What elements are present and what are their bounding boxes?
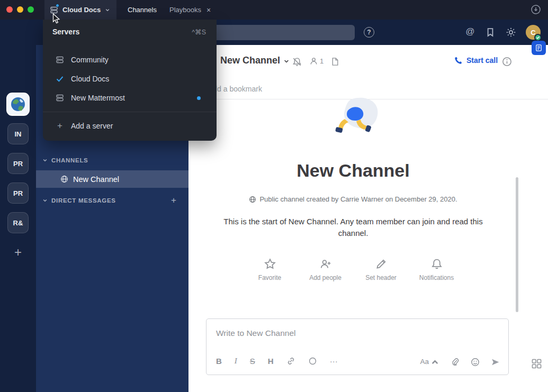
app-bar-plugin-icon[interactable] bbox=[532, 41, 546, 55]
avatar[interactable]: C bbox=[526, 25, 541, 40]
phone-icon bbox=[454, 57, 462, 65]
public-channel-icon bbox=[249, 196, 256, 203]
action-label: Favorite bbox=[258, 274, 281, 281]
more-formatting-icon[interactable]: ··· bbox=[330, 357, 338, 366]
channels-section-label: CHANNELS bbox=[51, 157, 88, 163]
public-channel-icon bbox=[60, 175, 68, 183]
chevron-down-icon bbox=[283, 58, 290, 65]
add-server-label: Add a server bbox=[71, 122, 113, 130]
font-toggle-label: Aa bbox=[420, 358, 429, 366]
channel-intro-illustration bbox=[321, 96, 385, 151]
clipboard-icon bbox=[535, 44, 543, 52]
tab-channels-label: Channels bbox=[128, 6, 157, 14]
minimize-window-button[interactable] bbox=[17, 6, 23, 13]
show-formatting-toggle[interactable]: Aa bbox=[420, 358, 439, 367]
server-tab-label: Cloud Docs bbox=[62, 6, 101, 14]
close-tab-icon[interactable]: × bbox=[206, 6, 211, 14]
channel-title: New Channel bbox=[220, 55, 280, 66]
team-initials: PR bbox=[13, 189, 23, 197]
send-icon[interactable] bbox=[491, 358, 500, 367]
scrollbar-thumb[interactable] bbox=[516, 177, 518, 312]
member-count: 1 bbox=[320, 57, 324, 65]
channel-members-button[interactable]: 1 bbox=[309, 57, 324, 66]
favorite-button[interactable]: Favorite bbox=[242, 258, 298, 281]
server-icon bbox=[56, 56, 64, 64]
sidebar-item-new-channel[interactable]: New Channel bbox=[36, 170, 188, 188]
earth-icon bbox=[7, 94, 29, 115]
dm-section-label: DIRECT MESSAGES bbox=[51, 197, 116, 204]
help-icon[interactable]: ? bbox=[364, 27, 374, 38]
menu-divider bbox=[43, 112, 217, 112]
add-server-button[interactable]: + Add a server bbox=[43, 116, 217, 135]
start-call-label: Start call bbox=[466, 56, 498, 65]
action-label: Notifications bbox=[419, 274, 454, 281]
link-icon[interactable] bbox=[286, 357, 295, 366]
close-window-button[interactable] bbox=[6, 6, 13, 13]
intro-meta-text: Public channel created by Carrie Warner … bbox=[259, 195, 457, 203]
servers-menu: Servers ^⌘S Community Cloud Docs bbox=[43, 20, 217, 141]
team-item[interactable]: R& bbox=[7, 212, 29, 233]
team-item[interactable]: IN bbox=[7, 123, 29, 144]
tab-playbooks[interactable]: Playbooks × bbox=[169, 0, 211, 20]
attachment-icon[interactable] bbox=[451, 358, 460, 367]
mentions-icon[interactable]: @ bbox=[464, 25, 476, 38]
add-people-button[interactable]: Add people bbox=[298, 258, 353, 281]
menu-item-cloud-docs[interactable]: Cloud Docs bbox=[43, 69, 217, 88]
unread-dot bbox=[197, 96, 201, 100]
team-item-globe[interactable] bbox=[6, 93, 30, 116]
team-sidebar: IN PR PR R& + bbox=[0, 45, 36, 392]
menu-item-new-mattermost[interactable]: New Mattermost bbox=[43, 88, 217, 107]
team-initials: PR bbox=[13, 160, 23, 168]
heading-button[interactable]: H bbox=[268, 357, 274, 366]
channel-files-icon[interactable] bbox=[330, 57, 339, 66]
servers-menu-shortcut: ^⌘S bbox=[192, 28, 206, 36]
saved-messages-icon[interactable] bbox=[485, 27, 496, 38]
add-direct-message-button[interactable]: + bbox=[169, 196, 178, 205]
set-header-button[interactable]: Set header bbox=[353, 258, 409, 281]
notifications-button[interactable]: Notifications bbox=[409, 258, 464, 281]
chevron-down-icon bbox=[42, 158, 48, 163]
menu-item-label: Cloud Docs bbox=[71, 75, 109, 83]
formatting-toolbar: B I S H ··· bbox=[216, 357, 338, 366]
bell-icon bbox=[431, 258, 443, 270]
intro-actions: Favorite Add people Set header Notificat… bbox=[242, 258, 464, 281]
emoji-icon[interactable] bbox=[471, 358, 480, 367]
menu-item-community[interactable]: Community bbox=[43, 50, 217, 69]
message-composer[interactable]: Write to New Channel B I S H ··· bbox=[206, 318, 509, 375]
online-status-badge bbox=[534, 34, 542, 41]
channels-section-header[interactable]: CHANNELS bbox=[42, 157, 88, 163]
channel-name-label: New Channel bbox=[73, 175, 119, 184]
team-item[interactable]: PR bbox=[7, 183, 29, 204]
menu-item-label: Community bbox=[71, 56, 109, 64]
add-team-button[interactable]: + bbox=[7, 242, 29, 263]
notifications-muted-icon[interactable] bbox=[292, 57, 302, 67]
servers-menu-title: Servers bbox=[52, 28, 79, 36]
intro-heading: New Channel bbox=[188, 160, 518, 181]
download-update-icon[interactable] bbox=[531, 4, 541, 15]
bold-button[interactable]: B bbox=[216, 357, 222, 366]
italic-button[interactable]: I bbox=[235, 357, 237, 366]
pencil-icon bbox=[375, 258, 387, 270]
settings-gear-icon[interactable] bbox=[506, 27, 516, 38]
tab-channels[interactable]: Channels bbox=[128, 0, 157, 20]
chevron-down-icon bbox=[105, 7, 110, 13]
menu-item-label: New Mattermost bbox=[71, 94, 125, 102]
dm-section-header[interactable]: DIRECT MESSAGES bbox=[42, 197, 116, 204]
start-call-button[interactable]: Start call bbox=[454, 56, 498, 65]
intro-meta: Public channel created by Carrie Warner … bbox=[188, 195, 518, 203]
chevron-down-icon bbox=[42, 198, 48, 203]
zoom-window-button[interactable] bbox=[28, 6, 34, 13]
plus-icon: + bbox=[56, 121, 64, 131]
team-item[interactable]: PR bbox=[7, 153, 29, 174]
slash-circle-icon[interactable] bbox=[308, 357, 317, 366]
app-window: Cloud Docs Channels Playbooks × ? @ bbox=[0, 0, 548, 392]
channel-title-menu[interactable]: New Channel bbox=[220, 55, 290, 66]
tab-playbooks-label: Playbooks bbox=[169, 6, 201, 14]
apps-grid-icon[interactable] bbox=[532, 359, 542, 369]
star-icon bbox=[264, 258, 276, 270]
mouse-cursor bbox=[52, 13, 60, 24]
channel-info-icon[interactable] bbox=[502, 57, 512, 67]
titlebar: Cloud Docs Channels Playbooks × bbox=[0, 0, 548, 20]
strikethrough-button[interactable]: S bbox=[250, 357, 255, 366]
account-plus-icon bbox=[320, 258, 331, 270]
